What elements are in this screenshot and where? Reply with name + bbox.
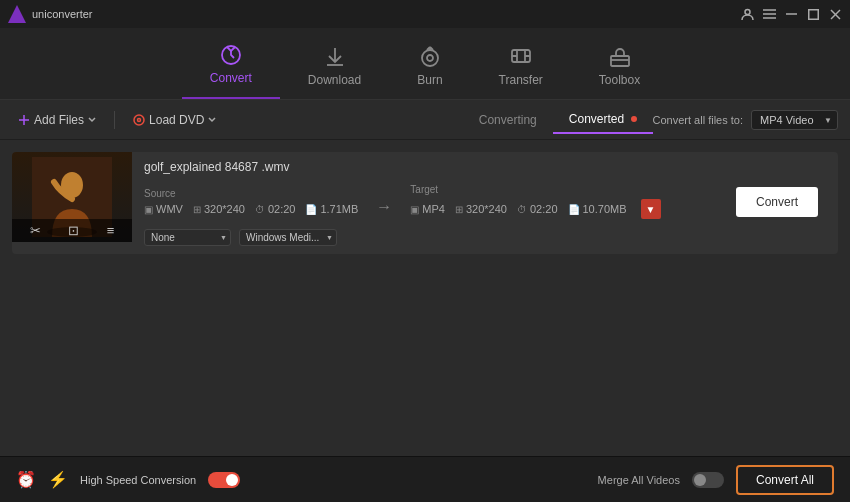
bottom-right: Merge All Videos Convert All (598, 465, 834, 495)
extra-options: None Burn Subtitles Windows Medi... AAC … (144, 227, 826, 246)
merge-toggle-knob (694, 474, 706, 486)
target-file-icon: 📄 (568, 204, 580, 215)
load-dvd-chevron (208, 117, 216, 123)
toolbar-left: Add Files Load DVD (12, 109, 463, 131)
file-name: golf_explained 84687 .wmv (144, 160, 826, 174)
speed-toggle-knob (226, 474, 238, 486)
subtitle-select-wrapper[interactable]: None Burn Subtitles (144, 227, 231, 246)
add-files-button[interactable]: Add Files (12, 109, 102, 131)
svg-point-17 (138, 118, 141, 121)
source-meta-row: ▣ WMV ⊞ 320*240 ⏱ 02:20 📄 (144, 203, 358, 215)
nav-download-label: Download (308, 73, 361, 87)
toolbar: Add Files Load DVD Converting Converted (0, 100, 850, 140)
load-dvd-button[interactable]: Load DVD (127, 109, 222, 131)
transfer-icon (509, 45, 533, 69)
bottom-left: ⏰ ⚡ High Speed Conversion (16, 470, 598, 489)
conversion-row: Source ▣ WMV ⊞ 320*240 ⏱ 02:20 (144, 184, 826, 219)
close-button[interactable] (828, 7, 842, 21)
nav-toolbox[interactable]: Toolbox (571, 37, 668, 99)
file-info: golf_explained 84687 .wmv Source ▣ WMV ⊞… (132, 152, 838, 254)
format-icon: ▣ (144, 204, 153, 215)
merge-toggle[interactable] (692, 472, 724, 488)
source-format: ▣ WMV (144, 203, 183, 215)
target-format: ▣ MP4 (410, 203, 445, 215)
format-select[interactable]: MP4 Video MKV Video AVI Video MOV Video (751, 110, 838, 130)
source-resolution: ⊞ 320*240 (193, 203, 245, 215)
nav-convert[interactable]: Convert (182, 35, 280, 99)
tab-converting[interactable]: Converting (463, 107, 553, 133)
svg-point-9 (422, 50, 438, 66)
convert-button[interactable]: Convert (736, 187, 818, 217)
timer-icon[interactable]: ⏰ (16, 470, 36, 489)
user-icon[interactable] (740, 7, 754, 21)
nav-transfer[interactable]: Transfer (471, 37, 571, 99)
convert-icon (219, 43, 243, 67)
source-label: Source (144, 188, 358, 199)
clock-icon: ⏱ (255, 204, 265, 215)
nav-convert-label: Convert (210, 71, 252, 85)
subtitle-select[interactable]: None Burn Subtitles (144, 229, 231, 246)
converted-dot (631, 116, 637, 122)
speed-toggle[interactable] (208, 472, 240, 488)
toolbar-right: Convert all files to: MP4 Video MKV Vide… (653, 110, 838, 130)
thumbnail-actions: ✂ ⊡ ≡ (12, 219, 132, 242)
menu-icon[interactable] (762, 7, 776, 21)
convert-all-files-label: Convert all files to: (653, 114, 743, 126)
target-clock-icon: ⏱ (517, 204, 527, 215)
add-icon (18, 114, 30, 126)
nav-burn-label: Burn (417, 73, 442, 87)
svg-rect-5 (808, 9, 818, 19)
cut-icon[interactable]: ✂ (30, 223, 41, 238)
target-label: Target (410, 184, 660, 195)
target-meta-row: ▣ MP4 ⊞ 320*240 ⏱ 02:20 📄 (410, 199, 660, 219)
tab-converted[interactable]: Converted (553, 106, 653, 134)
app-name: uniconverter (32, 8, 93, 20)
maximize-button[interactable] (806, 7, 820, 21)
add-files-chevron (88, 117, 96, 123)
target-duration: ⏱ 02:20 (517, 203, 558, 215)
svg-point-0 (745, 9, 750, 14)
crop-icon[interactable]: ⊡ (68, 223, 79, 238)
title-bar: uniconverter (0, 0, 850, 28)
target-size: 📄 10.70MB (568, 203, 627, 215)
source-size: 📄 1.71MB (305, 203, 358, 215)
source-box: Source ▣ WMV ⊞ 320*240 ⏱ 02:20 (144, 188, 358, 215)
minimize-button[interactable] (784, 7, 798, 21)
arrow-icon: → (376, 188, 392, 216)
target-resolution-icon: ⊞ (455, 204, 463, 215)
effects-icon[interactable]: ≡ (107, 223, 115, 238)
burn-icon (418, 45, 442, 69)
nav-toolbox-label: Toolbox (599, 73, 640, 87)
nav-burn[interactable]: Burn (389, 37, 470, 99)
source-duration: ⏱ 02:20 (255, 203, 296, 215)
nav-download[interactable]: Download (280, 37, 389, 99)
svg-point-16 (134, 115, 144, 125)
toolbox-icon (608, 45, 632, 69)
nav-bar: Convert Download Burn (0, 28, 850, 100)
download-icon (323, 45, 347, 69)
format-select-wrapper[interactable]: MP4 Video MKV Video AVI Video MOV Video (751, 110, 838, 130)
target-box: Target ▣ MP4 ⊞ 320*240 ⏱ 02:20 (410, 184, 660, 219)
file-item: ✂ ⊡ ≡ golf_explained 84687 .wmv Source ▣… (12, 152, 838, 254)
app-logo (8, 5, 26, 23)
audio-select-wrapper[interactable]: Windows Medi... AAC MP3 (239, 227, 337, 246)
file-thumbnail: ✂ ⊡ ≡ (12, 152, 132, 242)
bottom-bar: ⏰ ⚡ High Speed Conversion Merge All Vide… (0, 456, 850, 502)
audio-select[interactable]: Windows Medi... AAC MP3 (239, 229, 337, 246)
merge-label: Merge All Videos (598, 474, 680, 486)
target-format-dropdown[interactable]: ▼ (641, 199, 661, 219)
file-icon: 📄 (305, 204, 317, 215)
target-format-icon: ▣ (410, 204, 419, 215)
dvd-icon (133, 114, 145, 126)
convert-all-button[interactable]: Convert All (736, 465, 834, 495)
title-bar-controls (740, 7, 842, 21)
file-area: ✂ ⊡ ≡ golf_explained 84687 .wmv Source ▣… (0, 140, 850, 460)
title-bar-left: uniconverter (8, 5, 93, 23)
speed-icon: ⚡ (48, 470, 68, 489)
toolbar-divider (114, 111, 115, 129)
nav-transfer-label: Transfer (499, 73, 543, 87)
high-speed-label: High Speed Conversion (80, 474, 196, 486)
target-resolution: ⊞ 320*240 (455, 203, 507, 215)
tab-group: Converting Converted (463, 106, 653, 134)
svg-point-10 (427, 55, 433, 61)
